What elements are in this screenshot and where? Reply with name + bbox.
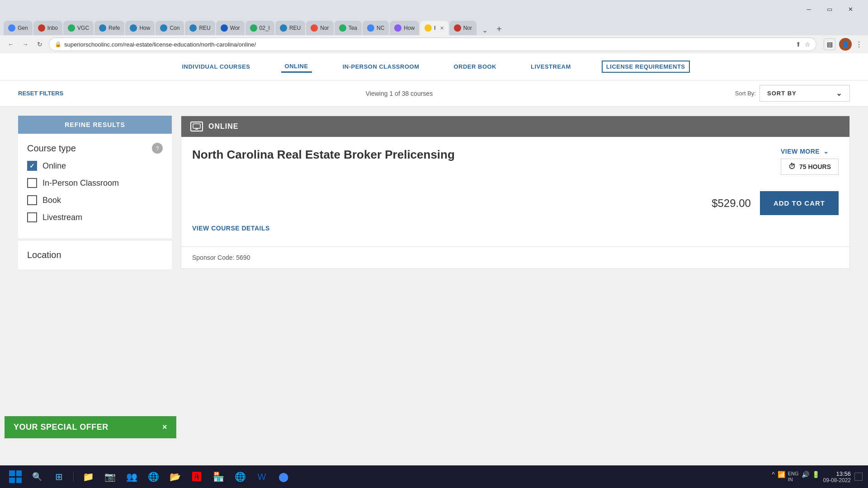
checkbox-book[interactable]: Book xyxy=(27,195,163,205)
svg-rect-0 xyxy=(193,124,200,128)
reset-filters-button[interactable]: RESET FILTERS xyxy=(18,90,63,97)
taskbar-camera-button[interactable]: 📷 xyxy=(100,469,120,485)
taskbar-store-button[interactable]: 🏪 xyxy=(208,469,228,485)
time-text: 13:56 xyxy=(823,470,851,477)
tab-gen[interactable]: Gen xyxy=(4,21,33,35)
start-button[interactable] xyxy=(5,469,25,485)
sort-by-label: Sort By: xyxy=(735,90,756,97)
content-area: REFINE RESULTS Course type ? Online In-P… xyxy=(0,107,868,278)
share-icon[interactable]: ⬆ xyxy=(796,41,801,48)
tab-favicon xyxy=(367,24,374,32)
taskbar-divider xyxy=(73,471,74,482)
tab-tea[interactable]: Tea xyxy=(335,21,362,35)
checkbox-online[interactable]: Online xyxy=(27,161,163,171)
tab-vgc[interactable]: VGC xyxy=(63,21,94,35)
course-card: ONLINE North Carolina Real Estate Broker… xyxy=(181,116,850,269)
online-checkbox[interactable] xyxy=(27,161,37,171)
nav-livestream[interactable]: LIVESTREAM xyxy=(527,61,575,72)
special-offer-close-button[interactable]: × xyxy=(162,422,167,432)
show-desktop-button[interactable] xyxy=(854,473,863,481)
location-label: Location xyxy=(27,250,61,260)
tab-how1[interactable]: How xyxy=(125,21,155,35)
nav-online[interactable]: ONLINE xyxy=(281,61,312,73)
sidebar-toggle-button[interactable]: ▤ xyxy=(824,38,835,50)
clock-icon: ⏱ xyxy=(788,163,796,171)
tab-label: Gen xyxy=(18,25,28,31)
tab-favicon xyxy=(454,24,461,32)
tab-how2[interactable]: How xyxy=(390,21,419,35)
help-icon[interactable]: ? xyxy=(152,143,163,154)
nav-license-requirements[interactable]: LICENSE REQUIREMENTS xyxy=(602,61,690,73)
livestream-checkbox[interactable] xyxy=(27,212,37,222)
add-to-cart-button[interactable]: ADD TO CART xyxy=(760,191,839,215)
tab-favicon xyxy=(339,24,346,32)
checkbox-in-person[interactable]: In-Person Classroom xyxy=(27,178,163,188)
taskbar-edge-button[interactable]: 🌐 xyxy=(143,469,163,485)
forward-button[interactable]: → xyxy=(20,39,31,50)
book-checkbox[interactable] xyxy=(27,195,37,205)
battery-icon[interactable]: 🔋 xyxy=(812,471,820,483)
close-button[interactable]: ✕ xyxy=(840,2,861,16)
clock-display[interactable]: 13:56 09-08-2022 xyxy=(823,470,851,483)
sort-by-chevron-icon: ⌄ xyxy=(836,89,842,98)
minimize-button[interactable]: ─ xyxy=(798,2,819,16)
tab-inbox[interactable]: Inbo xyxy=(33,21,62,35)
new-tab-button[interactable]: + xyxy=(493,23,505,35)
taskbar-search-button[interactable]: 🔍 xyxy=(27,469,47,485)
view-more-chevron-icon: ⌄ xyxy=(823,148,829,155)
in-person-checkbox[interactable] xyxy=(27,178,37,188)
chevron-up-icon[interactable]: ^ xyxy=(772,471,775,483)
maximize-button[interactable]: ▭ xyxy=(819,2,840,16)
tab-reu1[interactable]: REU xyxy=(185,21,215,35)
view-more-button[interactable]: VIEW MORE ⌄ xyxy=(781,148,839,155)
tab-wor[interactable]: Wor xyxy=(216,21,245,35)
taskbar-teams-button[interactable]: 👥 xyxy=(122,469,142,485)
tab-active[interactable]: I ✕ xyxy=(420,21,448,35)
tab-label: Wor xyxy=(230,25,240,31)
course-title: North Carolina Real Estate Broker Prelic… xyxy=(192,148,455,162)
tab-label: REU xyxy=(199,25,210,31)
browser-menu-button[interactable]: ⋮ xyxy=(855,40,863,49)
taskbar-acrobat-button[interactable]: 🅰 xyxy=(187,469,207,485)
address-bar[interactable]: 🔒 superiorschoolinc.com/real-estate/lice… xyxy=(49,38,816,51)
taskbar-chrome2-button[interactable]: ⬤ xyxy=(274,469,293,485)
view-course-details-button[interactable]: VIEW COURSE DETAILS xyxy=(192,225,270,239)
tab-favicon xyxy=(250,24,257,32)
sort-by-dropdown[interactable]: SORT BY ⌄ xyxy=(760,85,850,102)
more-tabs-button[interactable]: ⌄ xyxy=(479,24,490,35)
tab-02i[interactable]: 02_I xyxy=(245,21,274,35)
tab-reu2[interactable]: REU xyxy=(275,21,305,35)
course-type-badge: ONLINE xyxy=(208,122,238,131)
profile-avatar[interactable]: 👤 xyxy=(839,38,852,51)
taskbar-chrome-button[interactable]: 🌐 xyxy=(230,469,250,485)
tab-label: NC xyxy=(377,25,384,31)
tab-con[interactable]: Con xyxy=(156,21,184,35)
bookmark-icon[interactable]: ☆ xyxy=(805,41,811,48)
tab-close-button[interactable]: ✕ xyxy=(440,25,444,31)
taskbar-word-button[interactable]: W xyxy=(252,469,272,485)
nav-in-person-classroom[interactable]: IN-PERSON CLASSROOM xyxy=(339,61,423,72)
taskbar-file-explorer-button[interactable]: 📁 xyxy=(78,469,98,485)
hours-label: 75 HOURS xyxy=(799,163,831,170)
tab-favicon xyxy=(8,24,15,32)
nav-individual-courses[interactable]: INDIVIDUAL COURSES xyxy=(178,61,254,72)
volume-icon[interactable]: 🔊 xyxy=(802,471,809,483)
tab-favicon xyxy=(394,24,401,32)
checkbox-livestream[interactable]: Livestream xyxy=(27,212,163,222)
tab-nc[interactable]: NC xyxy=(363,21,389,35)
refresh-button[interactable]: ↻ xyxy=(34,39,45,50)
url-text: superiorschoolinc.com/real-estate/licens… xyxy=(64,41,793,48)
tab-nor1[interactable]: Nor xyxy=(306,21,333,35)
course-price: $529.00 xyxy=(712,197,751,210)
tab-nor2[interactable]: Nor xyxy=(449,21,476,35)
nav-order-book[interactable]: ORDER BOOK xyxy=(450,61,500,72)
taskbar-folder-button[interactable]: 📂 xyxy=(165,469,185,485)
special-offer-banner: YOUR SPECIAL OFFER × xyxy=(5,416,176,438)
tab-label: REU xyxy=(289,25,301,31)
address-bar-row: ← → ↻ 🔒 superiorschoolinc.com/real-estat… xyxy=(0,35,868,53)
back-button[interactable]: ← xyxy=(5,39,16,50)
tab-refe[interactable]: Refe xyxy=(94,21,124,35)
network-icon[interactable]: 📶 xyxy=(778,471,785,483)
refine-results-header: REFINE RESULTS xyxy=(18,116,172,134)
taskbar-widgets-button[interactable]: ⊞ xyxy=(49,469,69,485)
